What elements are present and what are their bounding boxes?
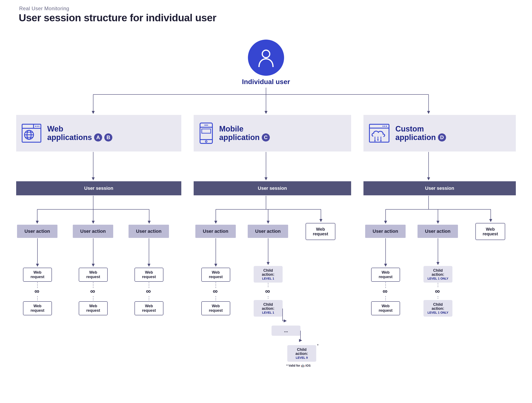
web-request-custom-top: Webrequest <box>475 223 505 240</box>
badge-b: B <box>104 133 112 141</box>
mobile-phone-icon <box>199 122 214 144</box>
web-req-w1b: Webrequest <box>23 301 52 315</box>
child-action-label: Childaction: <box>431 302 444 311</box>
session-custom: User session <box>363 181 516 195</box>
child-action-label: Childaction: <box>262 302 274 311</box>
web-req-w3a: Webrequest <box>134 268 164 282</box>
child-action-m-l9: Childaction: LEVEL 9 <box>287 345 316 362</box>
badge-a: A <box>94 133 102 141</box>
web-req-w1a: Webrequest <box>23 268 52 282</box>
user-action-web-2: User action <box>73 225 113 238</box>
svg-rect-17 <box>202 129 211 133</box>
valid-platforms: 🤖 iOS <box>301 364 310 367</box>
infinity-icon: ∞ <box>435 287 440 295</box>
svg-point-21 <box>384 126 385 127</box>
child-action-level: LEVEL 9 <box>296 356 308 359</box>
valid-platform-note: * Valid for 🤖 iOS <box>286 364 310 367</box>
child-action-level: LEVEL 1 ONLY <box>428 277 448 280</box>
child-action-level: LEVEL 1 ONLY <box>428 311 448 314</box>
svg-point-20 <box>383 126 384 127</box>
app-custom-box: Custom application D <box>363 115 516 151</box>
child-action-level: LEVEL 1 <box>262 277 274 280</box>
infinity-icon: ∞ <box>213 287 218 295</box>
svg-point-0 <box>262 50 270 58</box>
app-mobile-line2: application <box>219 133 260 142</box>
app-web-line1: Web <box>47 125 63 133</box>
child-action-label: Childaction: <box>431 269 444 277</box>
user-action-custom-1: User action <box>365 225 405 238</box>
child-action-label: Childaction: <box>295 348 308 356</box>
web-req-w3b: Webrequest <box>134 301 164 315</box>
child-action-m-1: Childaction: LEVEL 1 <box>254 266 283 283</box>
svg-point-22 <box>386 126 387 127</box>
session-mobile: User session <box>194 181 351 195</box>
valid-note-text: * Valid for <box>286 364 300 367</box>
user-label: Individual user <box>234 78 298 86</box>
eyebrow-heading: Real User Monitoring <box>19 6 69 12</box>
asterisk-note: * <box>317 343 319 348</box>
infinity-icon: ∞ <box>383 287 387 295</box>
ellipsis-label: ... <box>284 328 288 333</box>
app-web-box: Web applications A B <box>16 115 181 151</box>
svg-point-26 <box>374 140 376 141</box>
page-title: User session structure for individual us… <box>19 12 216 24</box>
child-action-label: Childaction: <box>262 269 274 277</box>
web-req-w2a: Webrequest <box>79 268 108 282</box>
child-action-c-2: Childaction: LEVEL 1 ONLY <box>424 300 452 317</box>
child-action-ellipsis: ... <box>272 326 300 336</box>
app-mobile-line1: Mobile <box>219 125 243 133</box>
web-req-c1b: Webrequest <box>371 301 400 315</box>
svg-point-5 <box>37 126 38 127</box>
badge-d: D <box>438 133 446 141</box>
user-action-custom-2: User action <box>418 225 458 238</box>
web-req-c1a: Webrequest <box>371 268 400 282</box>
user-action-web-1: User action <box>17 225 57 238</box>
user-action-web-3: User action <box>128 225 169 238</box>
web-req-m1a: Webrequest <box>201 268 230 282</box>
app-web-line2: applications <box>47 133 92 142</box>
svg-point-28 <box>380 140 381 141</box>
user-avatar-circle <box>248 40 284 76</box>
web-req-m1b: Webrequest <box>201 301 230 315</box>
child-action-level: LEVEL 1 <box>262 311 274 314</box>
infinity-icon: ∞ <box>146 287 151 295</box>
user-action-mobile-1: User action <box>195 225 236 238</box>
infinity-icon: ∞ <box>90 287 95 295</box>
app-custom-line1: Custom <box>395 125 424 133</box>
child-action-c-1: Childaction: LEVEL 1 ONLY <box>424 266 452 283</box>
child-action-m-2: Childaction: LEVEL 1 <box>254 300 283 317</box>
user-icon <box>254 46 278 69</box>
svg-point-16 <box>205 141 207 142</box>
session-web: User session <box>16 181 181 195</box>
infinity-icon: ∞ <box>265 287 270 295</box>
svg-point-6 <box>38 126 39 127</box>
browser-globe-icon <box>21 123 42 143</box>
app-mobile-box: Mobile application C <box>194 115 351 151</box>
badge-c: C <box>262 133 270 141</box>
svg-point-4 <box>35 126 36 127</box>
svg-point-27 <box>377 139 379 141</box>
cloud-custom-icon <box>368 123 390 143</box>
web-req-w2b: Webrequest <box>79 301 108 315</box>
web-request-mobile-top: Webrequest <box>306 223 335 240</box>
user-action-mobile-2: User action <box>248 225 288 238</box>
app-custom-line2: application <box>395 133 436 142</box>
infinity-icon: ∞ <box>34 287 39 295</box>
